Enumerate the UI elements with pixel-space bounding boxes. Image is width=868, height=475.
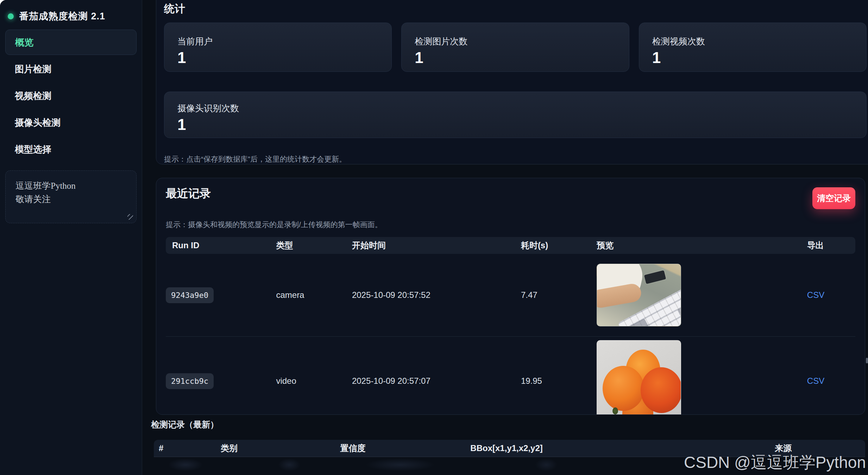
tomato-art-part xyxy=(641,367,681,413)
sidebar-item-video-detection[interactable]: 视频检测 xyxy=(5,82,137,109)
brand: 番茄成熟度检测 2.1 xyxy=(8,10,137,23)
keyboard-art-part xyxy=(644,270,666,284)
col-confidence: 置信度 xyxy=(340,440,470,457)
table-row: 9243a9e0 camera 2025-10-09 20:57:52 7.47 xyxy=(166,254,855,337)
duration-cell: 7.47 xyxy=(521,254,597,337)
detections-title: 检测记录（最新） xyxy=(151,419,865,430)
stats-title: 统计 xyxy=(164,2,867,16)
stats-cards: 当前用户 1 检测图片次数 1 检测视频次数 1 摄像头识别次数 1 xyxy=(164,23,867,138)
stat-card-label: 当前用户 xyxy=(177,36,391,47)
stat-card-label: 检测图片次数 xyxy=(415,36,629,47)
col-type: 类型 xyxy=(276,237,352,254)
stats-tip: 提示：点击“保存到数据库”后，这里的统计数才会更新。 xyxy=(164,154,867,164)
type-cell: camera xyxy=(276,254,352,337)
col-index: # xyxy=(154,440,221,457)
col-run-id: Run ID xyxy=(166,237,276,254)
start-time-cell: 2025-10-09 20:57:07 xyxy=(352,337,521,415)
sidebar-item-overview[interactable]: 概览 xyxy=(5,30,137,55)
preview-image-keyboard xyxy=(597,264,681,326)
stat-card-current-users: 当前用户 1 xyxy=(164,23,392,72)
stat-card-video-count: 检测视频次数 1 xyxy=(639,23,867,72)
recent-records-panel: 最近记录 清空记录 提示：摄像头和视频的预览显示的是录制/上传视频的第一帧画面。… xyxy=(156,178,865,415)
sidebar: 番茄成熟度检测 2.1 概览 图片检测 视频检测 摄像头检测 模型选择 逗逗班学… xyxy=(0,0,142,475)
preview-image-tomatoes xyxy=(597,340,681,415)
col-start-time: 开始时间 xyxy=(352,237,521,254)
stat-card-value: 1 xyxy=(652,50,866,65)
keyboard-art-part xyxy=(628,318,651,326)
col-export: 导出 xyxy=(807,237,855,254)
start-time-cell: 2025-10-09 20:57:52 xyxy=(352,254,521,337)
tomato-art-part xyxy=(612,407,618,414)
csv-export-link[interactable]: CSV xyxy=(807,290,824,300)
table-row: 291ccb9c video 2025-10-09 20:57:07 19.95 xyxy=(166,337,855,415)
app-window: 番茄成熟度检测 2.1 概览 图片检测 视频检测 摄像头检测 模型选择 逗逗班学… xyxy=(0,0,868,475)
clear-records-button[interactable]: 清空记录 xyxy=(812,187,855,209)
watermark: CSDN @逗逗班学Python xyxy=(684,452,866,474)
stat-card-value: 1 xyxy=(177,50,391,65)
recent-records-tip: 提示：摄像头和视频的预览显示的是录制/上传视频的第一帧画面。 xyxy=(166,220,855,230)
stats-panel: 统计 当前用户 1 检测图片次数 1 检测视频次数 1 摄像头识别次数 1 xyxy=(156,0,868,164)
keyboard-art-part xyxy=(677,299,681,323)
col-class: 类别 xyxy=(221,440,340,457)
csv-export-link[interactable]: CSV xyxy=(807,376,824,386)
scrollbar-thumb[interactable] xyxy=(866,358,868,363)
stat-card-value: 1 xyxy=(415,50,629,65)
sidebar-nav: 概览 图片检测 视频检测 摄像头检测 模型选择 xyxy=(5,30,137,163)
brand-title: 番茄成熟度检测 2.1 xyxy=(19,10,105,23)
recent-records-table: Run ID 类型 开始时间 耗时(s) 预览 导出 9243a9e0 came… xyxy=(166,237,855,415)
col-preview: 预览 xyxy=(597,237,807,254)
sidebar-note: 逗逗班学Python 敬请关注 xyxy=(5,170,137,225)
status-dot-icon xyxy=(8,13,14,19)
sidebar-item-model-selection[interactable]: 模型选择 xyxy=(5,136,137,163)
sidebar-note-textarea[interactable]: 逗逗班学Python 敬请关注 xyxy=(5,170,137,223)
tomato-art-part xyxy=(603,366,644,411)
recent-records-header: 最近记录 清空记录 xyxy=(166,186,855,209)
sidebar-item-camera-detection[interactable]: 摄像头检测 xyxy=(5,109,137,136)
stat-card-camera-count: 摄像头识别次数 1 xyxy=(164,92,867,138)
run-id-badge: 9243a9e0 xyxy=(166,287,214,303)
stat-card-value: 1 xyxy=(177,117,866,132)
resize-handle-icon[interactable] xyxy=(127,214,133,220)
duration-cell: 19.95 xyxy=(521,337,597,415)
stat-card-image-count: 检测图片次数 1 xyxy=(401,23,629,72)
recent-records-title: 最近记录 xyxy=(166,186,211,201)
table-header-row: Run ID 类型 开始时间 耗时(s) 预览 导出 xyxy=(166,237,855,254)
sidebar-item-image-detection[interactable]: 图片检测 xyxy=(5,56,137,82)
type-cell: video xyxy=(276,337,352,415)
run-id-badge: 291ccb9c xyxy=(166,373,214,389)
main-content: 统计 当前用户 1 检测图片次数 1 检测视频次数 1 摄像头识别次数 1 xyxy=(142,0,868,475)
stat-card-label: 摄像头识别次数 xyxy=(177,102,866,114)
stat-card-label: 检测视频次数 xyxy=(652,36,866,47)
col-duration: 耗时(s) xyxy=(521,237,597,254)
